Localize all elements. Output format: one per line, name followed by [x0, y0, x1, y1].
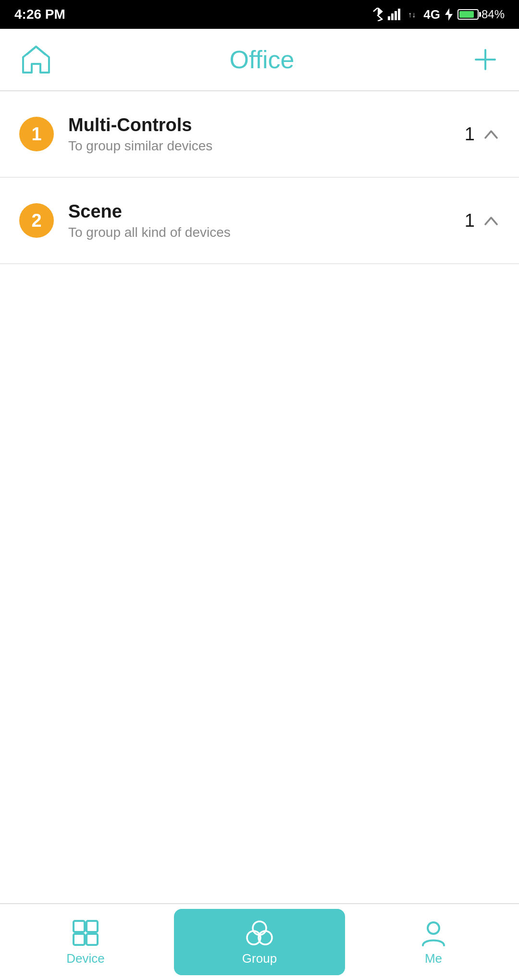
svg-rect-1	[391, 13, 394, 20]
main-content: Office 1 Multi-Controls To group similar…	[0, 29, 519, 903]
chevron-up-icon-1[interactable]	[482, 125, 500, 143]
svg-text:↑↓: ↑↓	[408, 11, 416, 19]
item-title-2: Scene	[68, 201, 465, 222]
svg-point-15	[428, 922, 439, 934]
me-icon	[419, 919, 448, 947]
nav-item-group[interactable]: Group	[174, 909, 345, 975]
svg-rect-10	[74, 934, 85, 945]
svg-rect-8	[74, 921, 85, 932]
lte-icon: ↑↓	[408, 9, 419, 20]
item-badge-2: 2	[19, 203, 54, 238]
item-subtitle-2: To group all kind of devices	[68, 225, 465, 240]
list-item[interactable]: 1 Multi-Controls To group similar device…	[0, 91, 519, 178]
battery-container: 84%	[457, 8, 505, 21]
nav-label-group: Group	[242, 951, 277, 966]
svg-rect-3	[398, 9, 400, 20]
item-title-1: Multi-Controls	[68, 115, 465, 135]
nav-label-device: Device	[66, 951, 104, 966]
item-badge-1: 1	[19, 117, 54, 151]
group-icon	[245, 919, 274, 947]
item-count-2: 1	[465, 210, 475, 231]
status-bar: 4:26 PM ↑↓ 4G 84%	[0, 0, 519, 29]
svg-rect-9	[86, 921, 98, 932]
list-item[interactable]: 2 Scene To group all kind of devices 1	[0, 178, 519, 264]
item-count-section-2[interactable]: 1	[465, 210, 500, 231]
device-icon	[71, 919, 100, 947]
bottom-nav: Device Group Me	[0, 903, 519, 980]
item-count-1: 1	[465, 124, 475, 145]
chevron-up-icon-2[interactable]	[482, 212, 500, 229]
home-icon[interactable]	[19, 43, 53, 76]
svg-rect-0	[388, 16, 390, 20]
status-time: 4:26 PM	[14, 7, 65, 22]
group-list: 1 Multi-Controls To group similar device…	[0, 91, 519, 497]
svg-rect-11	[86, 934, 98, 945]
bluetooth-icon	[372, 8, 383, 21]
item-content-2: Scene To group all kind of devices	[68, 201, 465, 240]
item-subtitle-1: To group similar devices	[68, 138, 465, 154]
charging-icon	[445, 8, 453, 21]
header: Office	[0, 29, 519, 91]
signal-icon	[388, 9, 403, 20]
page-title: Office	[230, 45, 295, 74]
network-type: 4G	[423, 7, 440, 22]
empty-area	[0, 497, 519, 903]
status-icons: ↑↓ 4G 84%	[372, 7, 505, 22]
nav-item-device[interactable]: Device	[0, 904, 171, 980]
item-content-1: Multi-Controls To group similar devices	[68, 115, 465, 154]
svg-marker-5	[445, 8, 453, 21]
add-button[interactable]	[471, 45, 500, 74]
battery-icon	[457, 9, 479, 20]
item-count-section-1[interactable]: 1	[465, 124, 500, 145]
nav-label-me: Me	[425, 951, 442, 966]
battery-percent: 84%	[482, 8, 505, 21]
battery-fill	[459, 11, 474, 18]
nav-item-me[interactable]: Me	[348, 904, 519, 980]
svg-rect-2	[395, 11, 397, 20]
